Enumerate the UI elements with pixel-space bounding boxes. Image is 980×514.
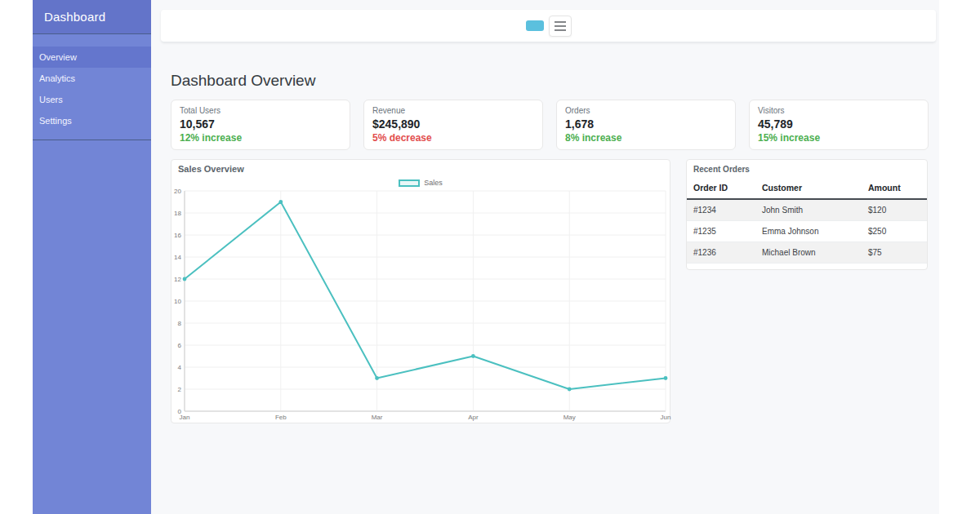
svg-text:12: 12	[174, 276, 181, 283]
amount-cell: $120	[862, 199, 927, 221]
stat-change: 8% increase	[565, 132, 727, 144]
stat-value: 1,678	[565, 117, 727, 131]
stat-change: 15% increase	[758, 132, 920, 144]
sidebar-item-overview[interactable]: Overview	[33, 47, 151, 68]
sidebar-toggle-switch[interactable]	[526, 20, 544, 31]
charts-row: Sales Overview Sales 02468101214161820Ja…	[171, 159, 929, 423]
order-id-cell: #1234	[687, 199, 755, 221]
hamburger-icon	[555, 21, 566, 23]
main-panel: Dashboard Overview Total Users 10,567 12…	[151, 42, 939, 423]
sales-line-chart-svg: 02468101214161820JanFebMarAprMayJun	[172, 160, 671, 424]
hamburger-icon	[555, 25, 566, 27]
stat-change: 5% decrease	[372, 132, 534, 144]
sidebar-title: Dashboard	[33, 0, 151, 33]
sidebar: Dashboard Overview Analytics Users Setti…	[33, 0, 151, 514]
sidebar-item-settings[interactable]: Settings	[33, 110, 151, 131]
table-row: #1235 Emma Johnson $250	[687, 221, 927, 242]
orders-table: Order ID Customer Amount #1234 John Smit…	[687, 177, 927, 264]
stat-card-visitors: Visitors 45,789 15% increase	[749, 100, 929, 150]
order-id-cell: #1236	[687, 242, 755, 264]
svg-text:8: 8	[178, 320, 182, 327]
svg-text:Jun: Jun	[661, 414, 671, 421]
recent-orders-title: Recent Orders	[687, 160, 927, 177]
top-navbar	[161, 10, 936, 42]
customer-cell: Michael Brown	[755, 242, 862, 264]
hamburger-icon	[555, 29, 566, 31]
amount-cell: $75	[862, 242, 927, 264]
sidebar-divider-bottom	[33, 140, 151, 140]
menu-button[interactable]	[549, 16, 572, 37]
table-row: #1236 Michael Brown $75	[687, 242, 927, 264]
stat-card-revenue: Revenue $245,890 5% decrease	[363, 100, 543, 150]
sidebar-divider-top	[33, 33, 151, 34]
svg-text:16: 16	[174, 232, 181, 239]
svg-text:14: 14	[174, 254, 181, 261]
recent-orders-card: Recent Orders Order ID Customer Amount #…	[686, 159, 928, 270]
sidebar-item-analytics[interactable]: Analytics	[33, 68, 151, 89]
stat-value: 45,789	[758, 117, 920, 131]
svg-text:20: 20	[174, 188, 181, 195]
stat-card-total-users: Total Users 10,567 12% increase	[171, 100, 350, 150]
app-container: Dashboard Overview Analytics Users Setti…	[33, 0, 939, 514]
svg-text:18: 18	[174, 210, 181, 217]
amount-cell: $250	[862, 221, 927, 242]
svg-text:May: May	[564, 414, 576, 421]
svg-text:4: 4	[178, 364, 182, 371]
orders-header-row: Order ID Customer Amount	[687, 177, 927, 199]
stat-label: Visitors	[758, 106, 920, 115]
content-area: Dashboard Overview Total Users 10,567 12…	[151, 0, 939, 514]
svg-text:Apr: Apr	[468, 414, 479, 421]
svg-text:Feb: Feb	[275, 414, 287, 421]
svg-text:Mar: Mar	[372, 414, 383, 421]
svg-text:10: 10	[174, 298, 181, 305]
stats-row: Total Users 10,567 12% increase Revenue …	[171, 100, 929, 150]
svg-text:Jan: Jan	[180, 414, 190, 421]
svg-text:6: 6	[178, 342, 182, 349]
stat-value: $245,890	[372, 117, 534, 131]
column-header-order-id: Order ID	[687, 177, 755, 199]
table-row: #1234 John Smith $120	[687, 199, 927, 221]
stat-card-orders: Orders 1,678 8% increase	[556, 100, 736, 150]
order-id-cell: #1235	[687, 221, 755, 242]
sales-chart-card: Sales Overview Sales 02468101214161820Ja…	[171, 159, 670, 423]
sidebar-item-users[interactable]: Users	[33, 89, 151, 110]
stat-label: Total Users	[180, 106, 341, 115]
page-title: Dashboard Overview	[171, 72, 929, 90]
customer-cell: John Smith	[755, 199, 862, 221]
stat-value: 10,567	[180, 117, 341, 131]
stat-label: Revenue	[372, 106, 534, 115]
svg-text:2: 2	[178, 386, 182, 393]
stat-label: Orders	[565, 106, 727, 115]
customer-cell: Emma Johnson	[755, 221, 862, 242]
column-header-customer: Customer	[755, 177, 862, 199]
stat-change: 12% increase	[180, 132, 341, 144]
sidebar-nav: Overview Analytics Users Settings	[33, 47, 151, 131]
column-header-amount: Amount	[862, 177, 927, 199]
